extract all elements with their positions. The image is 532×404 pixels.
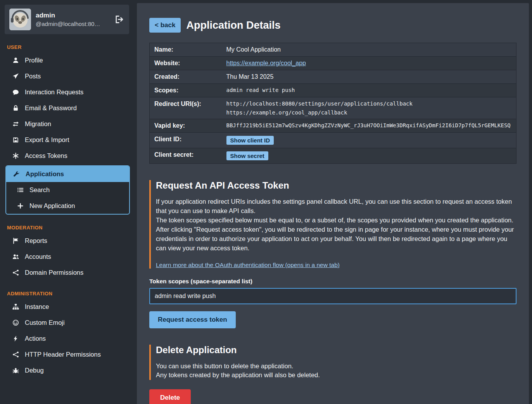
sidebar-item-email-password[interactable]: Email & Password (0, 100, 134, 116)
sidebar-item-label: Profile (25, 57, 43, 64)
sidebar-item-label: Domain Permissions (25, 269, 83, 276)
page-title: Application Details (186, 19, 280, 31)
token-scopes-input[interactable] (149, 288, 516, 304)
app-root: admin @admin@localhost:80… USERProfilePo… (0, 0, 532, 404)
detail-row-created: Created:Thu Mar 13 2025 (150, 70, 516, 84)
user-card[interactable]: admin @admin@localhost:80… (5, 5, 129, 34)
sidebar-item-label: New Application (29, 202, 75, 210)
sidebar-item-debug[interactable]: Debug (0, 362, 134, 378)
detail-row-client-id: Client ID:Show client ID (150, 133, 516, 148)
sidebar-item-reports[interactable]: Reports (0, 233, 134, 249)
flag-icon (12, 238, 19, 244)
sidebar-item-instance[interactable]: Instance (0, 299, 134, 315)
detail-label: Client ID: (150, 133, 222, 148)
detail-label: Website: (150, 57, 222, 70)
user-meta: admin @admin@localhost:80… (36, 12, 109, 27)
token-section-paragraph: If your application redirect URIs includ… (156, 197, 516, 216)
detail-value: http://localhost:8080/settings/user/appl… (222, 97, 516, 119)
sidebar-item-profile[interactable]: Profile (0, 52, 134, 68)
detail-mono-value: BBJffJ219b5iE512m7wQSzv4KgKDhgZZVzNyWC_r… (226, 122, 512, 128)
detail-value: https://example.org/cool_app (222, 57, 516, 70)
sidebar-item-label: Instance (25, 303, 49, 310)
sidebar-item-custom-emoji[interactable]: Custom Emoji (0, 315, 134, 331)
sidebar-section-moderation: MODERATION (0, 225, 134, 231)
sidebar-item-label: Access Tokens (25, 152, 67, 160)
delete-section-text: You can use this button to delete the ap… (156, 362, 516, 380)
bolt-icon (12, 335, 19, 342)
detail-row-client-secret: Client secret:Show secret (150, 148, 516, 164)
request-access-token-button[interactable]: Request access token (149, 311, 236, 328)
main-area: < back Application Details Name:My Cool … (134, 0, 532, 404)
sidebar-item-label: Custom Emoji (25, 319, 65, 326)
sidebar: admin @admin@localhost:80… USERProfilePo… (0, 0, 134, 404)
sidebar-item-applications[interactable]: Applications (6, 166, 129, 182)
detail-row-scopes: Scopes:admin read write push (150, 84, 516, 97)
detail-value: Show secret (222, 148, 516, 164)
sidebar-item-new-application[interactable]: New Application (6, 198, 129, 214)
avatar (9, 9, 31, 30)
detail-row-website: Website:https://example.org/cool_app (150, 57, 516, 70)
list-icon (16, 187, 24, 193)
back-button[interactable]: < back (149, 18, 181, 33)
bug-icon (12, 367, 19, 374)
detail-row-name: Name:My Cool Application (150, 43, 516, 57)
users-icon (12, 253, 19, 260)
sidebar-item-posts[interactable]: Posts (0, 68, 134, 84)
sidebar-item-label: Reports (25, 237, 47, 244)
website-link[interactable]: https://example.org/cool_app (226, 60, 306, 66)
sidebar-group-applications: ApplicationsSearchNew Application (5, 165, 130, 215)
delete-section-title: Delete Application (156, 345, 516, 355)
delete-button[interactable]: Delete (149, 389, 191, 404)
floppy-disk-icon (12, 137, 19, 143)
paper-plane-icon (12, 73, 19, 80)
detail-row-redirect-uri-s: Redirect URI(s):http://localhost:8080/se… (150, 97, 516, 119)
signout-icon[interactable] (114, 14, 124, 25)
token-scopes-label: Token scopes (space-separated list) (149, 278, 516, 285)
detail-label: Created: (150, 70, 222, 84)
user-icon (12, 57, 19, 64)
network-share-icon (12, 351, 19, 358)
redirect-uri: http://localhost:8080/settings/user/appl… (226, 101, 512, 107)
exchange-arrows-icon (12, 121, 19, 127)
detail-label: Scopes: (150, 84, 222, 97)
plus-icon (16, 203, 24, 209)
sidebar-item-access-tokens[interactable]: Access Tokens (0, 148, 134, 164)
detail-label: Vapid key: (150, 119, 222, 133)
detail-value: BBJffJ219b5iE512m7wQSzv4KgKDhgZZVzNyWC_r… (222, 119, 516, 133)
detail-label: Client secret: (150, 148, 222, 164)
sidebar-item-label: Actions (25, 335, 46, 342)
sidebar-item-interaction-requests[interactable]: Interaction Requests (0, 84, 134, 100)
wrench-icon (12, 171, 20, 177)
user-handle: @admin@localhost:80… (36, 21, 109, 27)
sidebar-item-accounts[interactable]: Accounts (0, 249, 134, 265)
sidebar-item-actions[interactable]: Actions (0, 331, 134, 347)
detail-value: admin read write push (222, 84, 516, 97)
show-client-id-button[interactable]: Show client ID (226, 136, 274, 145)
page-header: < back Application Details (149, 18, 516, 33)
token-section-paragraph: The token scopes specified below must be… (156, 216, 516, 225)
oauth-docs-link[interactable]: Learn more about the OAuth authenticatio… (156, 262, 340, 269)
sidebar-item-domain-permissions[interactable]: Domain Permissions (0, 265, 134, 281)
sidebar-item-label: Debug (25, 367, 44, 374)
token-section-title: Request An API Access Token (156, 180, 516, 191)
token-section-paragraph: After clicking "Request access token", y… (156, 225, 516, 253)
delete-section-paragraph: Any tokens created by the application wi… (156, 371, 516, 380)
sidebar-item-export-import[interactable]: Export & Import (0, 132, 134, 148)
sidebar-item-label: Interaction Requests (25, 88, 83, 96)
sidebar-nav: USERProfilePostsInteraction RequestsEmai… (0, 44, 134, 378)
sidebar-item-http-header-permissions[interactable]: HTTP Header Permissions (0, 347, 134, 362)
sidebar-item-label: Accounts (25, 253, 51, 260)
detail-row-vapid-key: Vapid key:BBJffJ219b5iE512m7wQSzv4KgKDhg… (150, 119, 516, 133)
sidebar-item-label: Email & Password (25, 104, 77, 112)
sidebar-item-search[interactable]: Search (6, 182, 129, 198)
sidebar-item-label: Migration (25, 120, 51, 128)
token-section: Request An API Access Token If your appl… (149, 180, 516, 269)
detail-label: Redirect URI(s): (150, 97, 222, 119)
comment-icon (12, 89, 19, 95)
show-secret-button[interactable]: Show secret (226, 151, 268, 160)
padlock-icon (12, 105, 19, 111)
sidebar-item-label: Search (29, 186, 50, 194)
sidebar-item-migration[interactable]: Migration (0, 116, 134, 132)
smiley-icon (12, 319, 19, 326)
application-details-table: Name:My Cool ApplicationWebsite:https://… (149, 43, 516, 164)
